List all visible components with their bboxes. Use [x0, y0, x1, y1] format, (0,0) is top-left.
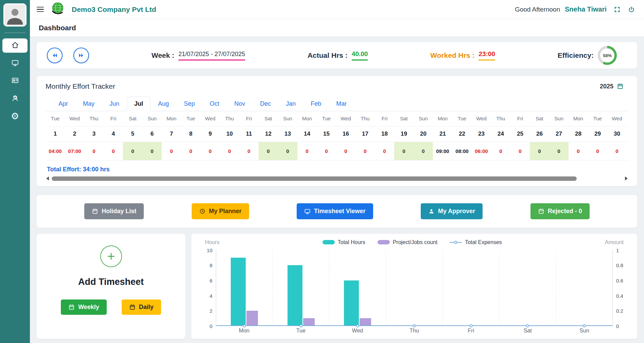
month-tab-apr[interactable]: Apr	[51, 97, 75, 111]
month-tab-dec[interactable]: Dec	[253, 97, 278, 111]
timesheet-viewer-button[interactable]: Timesheet Viewer	[297, 203, 373, 219]
year-picker[interactable]: 2025	[600, 83, 628, 90]
month-tab-nov[interactable]: Nov	[227, 97, 253, 111]
weekly-button[interactable]: Weekly	[61, 299, 107, 315]
month-tab-feb[interactable]: Feb	[303, 97, 329, 111]
day-name-cell: Mon	[433, 111, 452, 126]
day-name-cell: Fri	[239, 111, 259, 126]
rejected-button[interactable]: Rejected - 0	[530, 203, 590, 219]
daily-label: Daily	[139, 304, 154, 311]
scrollbar-thumb[interactable]	[52, 176, 577, 181]
x-axis-tick-label: Thu	[386, 328, 443, 334]
week-nav	[47, 48, 89, 63]
my-planner-button[interactable]: My Planner	[192, 203, 249, 219]
day-name-cell: Thu	[627, 111, 628, 126]
axis-tick-label: 0.4	[616, 293, 623, 298]
daily-button[interactable]: Daily	[122, 299, 161, 315]
legend-total-expenses-label: Total Expenses	[465, 239, 502, 245]
bar-group-sun	[556, 250, 612, 326]
axis-tick-label: 2	[210, 308, 212, 314]
day-name-cell: Tue	[452, 111, 472, 126]
scroll-left-arrow-icon[interactable]	[46, 176, 49, 181]
sidebar-item-contacts[interactable]	[2, 74, 28, 88]
fullscreen-icon[interactable]	[613, 6, 621, 13]
month-tab-sep[interactable]: Sep	[176, 97, 202, 111]
monitor-icon	[304, 208, 311, 215]
legend-total-hours[interactable]: Total Hours	[323, 239, 365, 245]
day-name-cell: Wed	[336, 111, 355, 126]
power-icon[interactable]	[628, 6, 635, 13]
effort-value-cell: 0	[336, 142, 355, 160]
add-timesheet-card: Add Timesheet Weekly Daily	[37, 234, 185, 339]
page-content: Week : 21/07/2025 - 27/07/2025 Actual Hr…	[30, 37, 644, 343]
x-axis-tick-label: Sat	[499, 328, 556, 334]
total-expenses-line-icon	[450, 242, 462, 243]
month-tab-jun[interactable]: Jun	[102, 97, 127, 111]
project-jobs-bar	[360, 318, 371, 326]
legend-total-expenses[interactable]: Total Expenses	[450, 239, 502, 245]
axis-tick-label: 0.2	[616, 308, 623, 314]
sidebar-item-timesheet[interactable]	[2, 56, 28, 70]
timesheet-viewer-label: Timesheet Viewer	[314, 208, 365, 215]
efficiency-label: Efficiency:	[558, 51, 594, 59]
effort-value-cell: 06:00	[472, 142, 491, 160]
effort-value-cell: 0	[530, 142, 549, 160]
day-name-cell: Sat	[259, 111, 278, 126]
total-expenses-marker	[583, 324, 586, 327]
weekly-label: Weekly	[78, 304, 99, 311]
chart-body: 0246810 MonTueWedThuFriSatSun 00.20.40.6…	[200, 250, 628, 336]
effort-value-cell: 0	[201, 142, 220, 160]
gear-icon: ⚙	[11, 112, 19, 121]
efficiency-value: 58%	[600, 48, 614, 63]
x-axis-tick-label: Fri	[442, 328, 499, 334]
scrollbar-track[interactable]	[52, 176, 622, 181]
y-axis-left-title: Hours	[205, 239, 220, 245]
rejected-label: Rejected - 0	[548, 208, 582, 215]
date-cell: 26	[530, 126, 549, 142]
page-title: Dashboard	[30, 19, 644, 37]
effort-value-cell: 0	[297, 142, 317, 160]
legend-project-jobs-label: Project/Jobs count	[393, 239, 438, 245]
project-jobs-swatch-icon	[378, 240, 390, 244]
day-name-cell: Tue	[588, 111, 607, 126]
bar-group-tue	[273, 250, 329, 326]
total-expenses-marker	[243, 324, 246, 327]
add-timesheet-plus-button[interactable]	[100, 245, 122, 267]
month-tab-may[interactable]: May	[75, 97, 102, 111]
sidebar-item-settings[interactable]: ⚙	[2, 109, 28, 123]
date-cell: 12	[259, 126, 278, 142]
quick-actions-card: Holiday List My Planner Timesheet Viewer…	[37, 195, 637, 228]
user-avatar[interactable]	[3, 3, 27, 27]
weekly-chart-card: Hours Total Hours Project/Jobs count	[191, 234, 637, 339]
total-hours-bar	[231, 258, 246, 326]
holiday-list-button[interactable]: Holiday List	[84, 203, 144, 219]
date-cell: 8	[181, 126, 201, 142]
bar-group-wed	[329, 250, 386, 326]
month-tab-aug[interactable]: Aug	[151, 97, 176, 111]
actual-hours-metric: Actual Hrs : 40.00	[308, 50, 368, 61]
date-cell: 23	[472, 126, 491, 142]
hamburger-menu[interactable]	[35, 5, 45, 14]
axis-tick-label: 1	[616, 247, 619, 253]
date-cell: 9	[201, 126, 220, 142]
effort-value-cell: 0	[239, 142, 259, 160]
effort-value-cell: 0	[220, 142, 239, 160]
horizontal-scrollbar	[46, 176, 628, 181]
sidebar-item-home[interactable]	[2, 38, 28, 53]
day-name-cell: Sat	[530, 111, 549, 126]
main-area: Demo3 Company Pvt Ltd Good Afternoon Sne…	[30, 0, 644, 343]
legend-project-jobs[interactable]: Project/Jobs count	[378, 239, 438, 245]
previous-week-button[interactable]	[47, 48, 63, 63]
axis-tick-label: 4	[210, 293, 212, 298]
month-tab-jul[interactable]: Jul	[127, 97, 151, 111]
month-tab-oct[interactable]: Oct	[202, 97, 227, 111]
my-approver-button[interactable]: My Approver	[421, 203, 483, 219]
next-week-button[interactable]	[73, 48, 89, 63]
x-axis-tick-label: Sun	[556, 328, 613, 334]
my-planner-label: My Planner	[209, 208, 242, 215]
sidebar-item-support[interactable]	[2, 91, 28, 106]
month-tab-mar[interactable]: Mar	[329, 97, 354, 111]
month-tab-jan[interactable]: Jan	[278, 97, 303, 111]
scroll-right-arrow-icon[interactable]	[625, 176, 628, 181]
week-label: Week :	[152, 51, 174, 59]
